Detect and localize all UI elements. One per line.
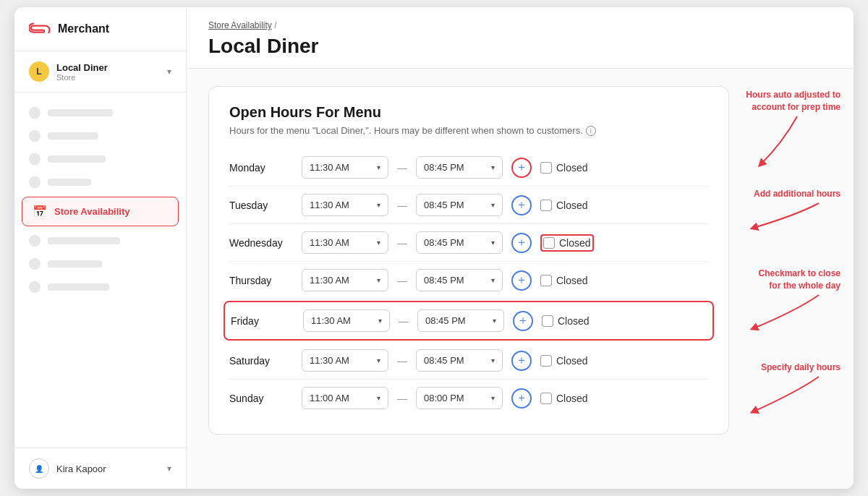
- sidebar-skeleton-1: [14, 101, 186, 124]
- close-time-tuesday[interactable]: 08:45 PM ▾: [416, 194, 503, 216]
- dash-separator: —: [399, 315, 409, 327]
- card-title: Open Hours For Menu: [229, 104, 708, 121]
- annotation-auto-hours: Hours auto adjusted toaccount for prep t…: [746, 89, 841, 171]
- sidebar-logo-text: Merchant: [58, 22, 109, 35]
- dash-separator: —: [397, 162, 407, 174]
- closed-check-sunday: Closed: [540, 393, 588, 404]
- sidebar: Merchant L Local Diner Store ▾: [14, 7, 187, 489]
- closed-check-friday: Closed: [542, 315, 590, 327]
- close-time-thursday[interactable]: 08:45 PM ▾: [416, 269, 503, 291]
- add-hours-btn-friday[interactable]: ＋: [513, 311, 533, 331]
- annotation-arrow-add-hours: [739, 200, 841, 236]
- annotation-checkmark-close: Checkmark to closefor the whole day: [739, 268, 841, 335]
- sidebar-nav: 📅 Store Availability: [14, 93, 186, 448]
- sidebar-skeleton-5: [14, 229, 186, 252]
- main-content-area: Store Availability / Local Diner Hours a…: [187, 7, 854, 489]
- store-chevron-icon: ▾: [167, 67, 171, 77]
- add-hours-btn-wednesday[interactable]: ＋: [511, 233, 532, 253]
- closed-checkbox-saturday[interactable]: [540, 355, 552, 367]
- sidebar-logo: Merchant: [14, 7, 186, 51]
- close-time-wednesday[interactable]: 08:45 PM ▾: [416, 231, 503, 254]
- main-header: Store Availability / Local Diner: [187, 7, 854, 69]
- add-hours-btn-thursday[interactable]: ＋: [511, 270, 532, 291]
- day-name-saturday: Saturday: [229, 355, 293, 367]
- annotation-arrow-specify: [739, 374, 841, 417]
- dash-separator: —: [397, 200, 407, 211]
- closed-checkbox-wednesday[interactable]: [543, 237, 555, 249]
- day-name-thursday: Thursday: [229, 275, 293, 286]
- closed-check-saturday: Closed: [540, 355, 588, 367]
- card-subtitle: Hours for the menu "Local Diner,". Hours…: [229, 125, 708, 136]
- closed-label-wednesday: Closed: [559, 237, 591, 249]
- sidebar-skeleton-4: [14, 171, 186, 194]
- days-container: Monday 11:30 AM ▾ — 08:45 PM ▾ ＋ Closed …: [229, 149, 708, 416]
- close-time-sunday[interactable]: 08:00 PM ▾: [416, 387, 503, 409]
- closed-label-saturday: Closed: [556, 355, 588, 367]
- day-name-sunday: Sunday: [229, 393, 293, 404]
- add-hours-btn-tuesday[interactable]: ＋: [511, 195, 532, 215]
- annotation-specify-hours: Specify daily hours: [739, 362, 841, 417]
- closed-check-monday: Closed: [540, 162, 588, 174]
- day-row-sunday: Sunday 11:00 AM ▾ — 08:00 PM ▾ ＋ Closed: [229, 380, 708, 416]
- open-time-sunday[interactable]: 11:00 AM ▾: [302, 387, 388, 409]
- close-time-monday[interactable]: 08:45 PM ▾: [416, 156, 503, 179]
- annotation-arrow-auto-hours: [754, 114, 841, 171]
- day-row-wednesday: Wednesday 11:30 AM ▾ — 08:45 PM ▾ ＋ Clos…: [229, 224, 708, 262]
- open-time-thursday[interactable]: 11:30 AM ▾: [302, 269, 388, 291]
- day-row-friday: Friday 11:30 AM ▾ — 08:45 PM ▾ ＋ Closed: [224, 301, 714, 341]
- add-hours-btn-saturday[interactable]: ＋: [511, 351, 532, 371]
- breadcrumb-separator: /: [274, 20, 276, 30]
- closed-check-wednesday: Closed: [540, 234, 594, 252]
- store-avatar: L: [29, 61, 49, 82]
- annotation-add-hours: Add additional hours: [739, 188, 841, 236]
- store-label: Store: [56, 73, 160, 82]
- open-time-friday[interactable]: 11:30 AM ▾: [303, 309, 390, 332]
- info-icon[interactable]: i: [586, 126, 596, 136]
- sidebar-skeleton-7: [14, 275, 186, 299]
- day-name-friday: Friday: [231, 315, 294, 327]
- closed-check-tuesday: Closed: [540, 200, 588, 211]
- sidebar-item-label: Store Availability: [54, 206, 130, 217]
- store-info: Local Diner Store: [56, 62, 160, 82]
- open-time-monday[interactable]: 11:30 AM ▾: [302, 156, 388, 179]
- sidebar-item-store-availability[interactable]: 📅 Store Availability: [22, 197, 179, 226]
- day-name-monday: Monday: [229, 162, 293, 174]
- sidebar-store[interactable]: L Local Diner Store ▾: [14, 51, 186, 93]
- annotation-arrow-checkmark: [739, 292, 841, 335]
- open-time-saturday[interactable]: 11:30 AM ▾: [302, 349, 388, 372]
- store-name: Local Diner: [56, 62, 160, 73]
- user-chevron-icon: ▾: [167, 463, 171, 474]
- breadcrumb: Store Availability /: [208, 20, 832, 30]
- closed-label-thursday: Closed: [556, 275, 588, 286]
- closed-checkbox-tuesday[interactable]: [540, 200, 552, 211]
- add-hours-btn-sunday[interactable]: ＋: [511, 388, 532, 409]
- add-hours-btn-monday[interactable]: ＋: [511, 158, 532, 178]
- day-name-tuesday: Tuesday: [229, 200, 293, 211]
- dash-separator: —: [397, 393, 407, 404]
- open-time-wednesday[interactable]: 11:30 AM ▾: [302, 231, 388, 254]
- closed-checkbox-sunday[interactable]: [540, 393, 552, 404]
- closed-label-tuesday: Closed: [556, 200, 588, 211]
- day-row-monday: Monday 11:30 AM ▾ — 08:45 PM ▾ ＋ Closed: [229, 149, 708, 187]
- main-scrollable-content: Hours auto adjusted toaccount for prep t…: [187, 69, 854, 489]
- closed-checkbox-thursday[interactable]: [540, 275, 552, 286]
- breadcrumb-link[interactable]: Store Availability: [208, 20, 272, 30]
- day-row-thursday: Thursday 11:30 AM ▾ — 08:45 PM ▾ ＋ Close…: [229, 262, 708, 299]
- closed-check-thursday: Closed: [540, 275, 588, 286]
- calendar-icon: 📅: [33, 205, 47, 218]
- sidebar-footer[interactable]: 👤 Kira Kapoor ▾: [14, 448, 186, 489]
- hours-card: Open Hours For Menu Hours for the menu "…: [208, 86, 729, 435]
- close-time-friday[interactable]: 08:45 PM ▾: [417, 309, 504, 332]
- closed-checkbox-friday[interactable]: [542, 315, 553, 327]
- closed-label-sunday: Closed: [556, 393, 588, 404]
- day-name-wednesday: Wednesday: [229, 237, 293, 249]
- dash-separator: —: [397, 355, 407, 367]
- day-row-saturday: Saturday 11:30 AM ▾ — 08:45 PM ▾ ＋ Close…: [229, 342, 708, 380]
- sidebar-skeleton-3: [14, 147, 186, 171]
- closed-label-monday: Closed: [556, 162, 588, 174]
- open-time-tuesday[interactable]: 11:30 AM ▾: [302, 194, 388, 216]
- closed-checkbox-monday[interactable]: [540, 162, 552, 174]
- page-title: Local Diner: [208, 35, 832, 58]
- close-time-saturday[interactable]: 08:45 PM ▾: [416, 349, 503, 372]
- user-avatar: 👤: [29, 458, 49, 479]
